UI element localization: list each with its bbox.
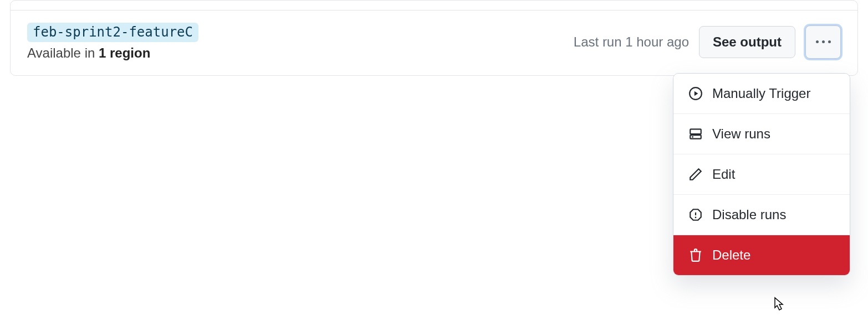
- menu-item-manually-trigger[interactable]: Manually Trigger: [673, 74, 850, 114]
- svg-marker-1: [695, 91, 698, 96]
- see-output-button[interactable]: See output: [699, 26, 795, 58]
- job-row: feb-sprint2-featureC Available in 1 regi…: [11, 11, 857, 75]
- availability-region-count: 1 region: [99, 45, 150, 60]
- job-info: feb-sprint2-featureC Available in 1 regi…: [27, 23, 198, 61]
- menu-label: View runs: [712, 126, 770, 142]
- job-tag: feb-sprint2-featureC: [27, 23, 198, 42]
- svg-rect-3: [690, 135, 701, 139]
- menu-label: Delete: [712, 247, 750, 263]
- svg-rect-2: [690, 129, 701, 134]
- play-circle-icon: [688, 86, 703, 101]
- job-availability: Available in 1 region: [27, 45, 198, 61]
- cursor-pointer-icon: [770, 297, 786, 314]
- card-previous-segment: [11, 1, 857, 11]
- menu-item-disable-runs[interactable]: Disable runs: [673, 195, 850, 235]
- menu-label: Manually Trigger: [712, 86, 810, 101]
- server-icon: [688, 126, 703, 142]
- availability-prefix: Available in: [27, 45, 99, 60]
- job-card: feb-sprint2-featureC Available in 1 regi…: [10, 0, 858, 76]
- job-actions: Last run 1 hour ago See output: [574, 25, 841, 59]
- last-run-text: Last run 1 hour ago: [574, 34, 689, 50]
- menu-item-view-runs[interactable]: View runs: [673, 114, 850, 154]
- menu-item-delete[interactable]: Delete: [673, 235, 850, 275]
- trash-icon: [688, 247, 703, 263]
- menu-label: Edit: [712, 167, 735, 182]
- ellipsis-icon: [816, 40, 831, 43]
- menu-label: Disable runs: [712, 207, 786, 222]
- actions-dropdown: Manually Trigger View runs Edit Disable …: [673, 73, 850, 276]
- menu-item-edit[interactable]: Edit: [673, 154, 850, 195]
- alert-octagon-icon: [688, 207, 703, 222]
- pencil-icon: [688, 167, 703, 182]
- more-actions-button[interactable]: [805, 25, 841, 59]
